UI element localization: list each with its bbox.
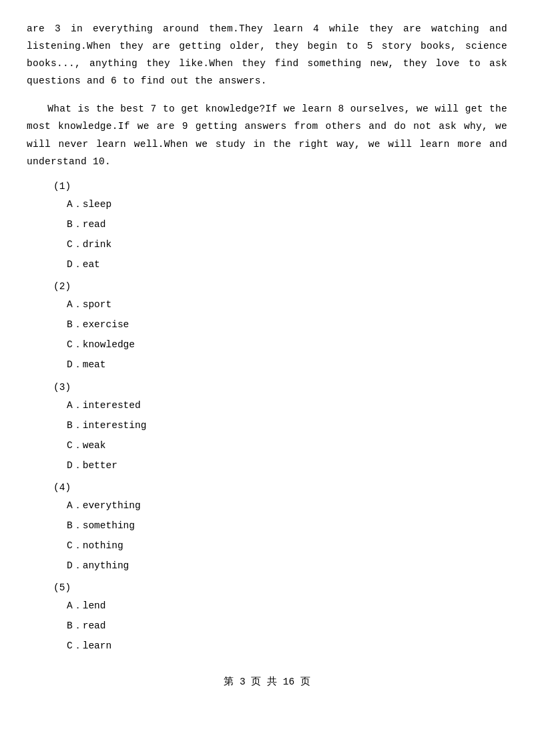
question-number-2: (2) [53, 281, 507, 292]
passage-paragraph2: What is the best 7 to get knowledge?If w… [27, 100, 507, 170]
question-3-option-1[interactable]: A．interested [67, 397, 507, 414]
question-4-option-1[interactable]: A．everything [67, 497, 507, 514]
question-4-option-2[interactable]: B．something [67, 517, 507, 534]
question-1-option-2[interactable]: B．read [67, 216, 507, 233]
question-3-option-3[interactable]: C．weak [67, 437, 507, 454]
question-number-3: (3) [53, 382, 507, 393]
question-2-option-4[interactable]: D．meat [67, 356, 507, 373]
question-4-option-4[interactable]: D．anything [67, 557, 507, 574]
question-2-option-1[interactable]: A．sport [67, 296, 507, 313]
question-number-5: (5) [53, 582, 507, 593]
question-3-option-2[interactable]: B．interesting [67, 417, 507, 434]
page-footer: 第 3 页 共 16 页 [27, 675, 507, 688]
question-4-option-3[interactable]: C．nothing [67, 537, 507, 554]
question-2-option-3[interactable]: C．knowledge [67, 336, 507, 353]
question-2-option-2[interactable]: B．exercise [67, 316, 507, 333]
question-1-option-3[interactable]: C．drink [67, 236, 507, 253]
passage-paragraph1: are 3 in everything around them.They lea… [27, 20, 507, 89]
question-number-1: (1) [53, 181, 507, 192]
question-1-option-1[interactable]: A．sleep [67, 196, 507, 213]
question-5-option-3[interactable]: C．learn [67, 637, 507, 654]
question-3-option-4[interactable]: D．better [67, 457, 507, 474]
question-number-4: (4) [53, 482, 507, 493]
question-5-option-2[interactable]: B．read [67, 617, 507, 634]
question-1-option-4[interactable]: D．eat [67, 256, 507, 273]
question-5-option-1[interactable]: A．lend [67, 597, 507, 614]
